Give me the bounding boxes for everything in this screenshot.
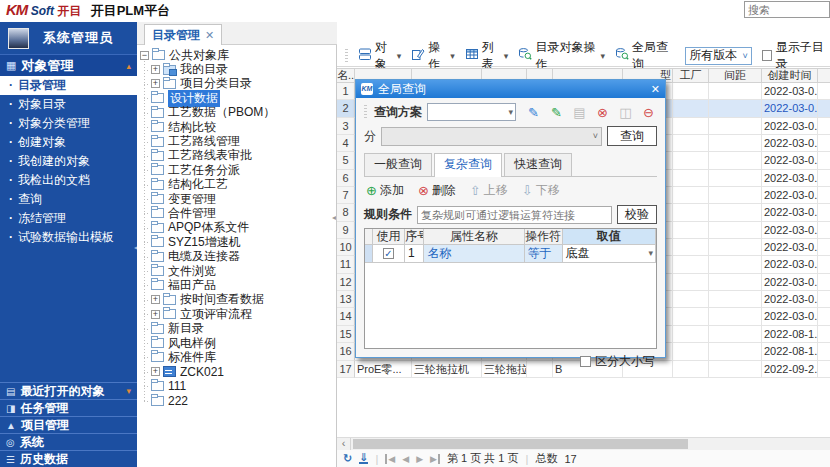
sidebar-item-3[interactable]: 对象分类管理 <box>0 114 137 133</box>
validate-button[interactable]: 校验 <box>617 205 657 224</box>
sidebar-section-2[interactable]: ◨任务管理 <box>0 399 137 416</box>
sidebar-section-4[interactable]: ◎系统 <box>0 433 137 450</box>
horizontal-scrollbar[interactable]: ‹ <box>337 437 830 450</box>
delete-plan-icon[interactable]: ⊗ <box>594 105 611 120</box>
chevron-down-icon[interactable]: ▾ <box>648 245 653 262</box>
rule-grid-row[interactable]: ✓1名称等于底盘▾ <box>365 245 656 263</box>
tab-close-icon[interactable]: ✕ <box>205 29 214 42</box>
expand-icon[interactable]: + <box>151 367 160 376</box>
sidebar-item-7[interactable]: 查询 <box>0 190 137 209</box>
caret-down-icon[interactable]: ▾ <box>450 51 455 61</box>
row-number-cell: 6 <box>337 170 355 187</box>
expand-icon[interactable]: + <box>151 295 160 304</box>
export-icon[interactable]: ⇓ <box>359 453 368 464</box>
tree-item[interactable]: 变更管理 <box>137 192 336 206</box>
case-sensitive-option[interactable]: 区分大小写 <box>356 353 655 370</box>
paste-plan-icon[interactable]: ▤ <box>571 105 588 120</box>
删除-button[interactable]: ⊗删除 <box>418 182 456 199</box>
remove-plan-icon[interactable]: ⊖ <box>640 105 657 120</box>
sidebar-item-9[interactable]: 试验数据输出模板 <box>0 228 137 247</box>
caret-down-icon[interactable]: ▾ <box>397 51 402 61</box>
tree-item[interactable]: 新目录 <box>137 321 336 335</box>
添加-button[interactable]: ⊕添加 <box>366 182 404 199</box>
dialog-tab-3[interactable]: 快速查询 <box>504 153 572 176</box>
search-input[interactable] <box>744 1 830 18</box>
sidebar-item-5[interactable]: 我创建的对象 <box>0 152 137 171</box>
last-page-icon[interactable]: ▶ <box>430 454 440 464</box>
tree-item[interactable]: 工艺任务分派 <box>137 163 336 177</box>
value-cell[interactable]: 底盘▾ <box>563 245 656 263</box>
sidebar-section-object-management[interactable]: ▦ 对象管理 ▴ <box>0 54 137 76</box>
refresh-icon[interactable]: ↻ <box>343 452 352 465</box>
tab-directory-management[interactable]: 目录管理 ✕ <box>144 24 222 45</box>
toolbar-button-object[interactable]: 对象▾ <box>354 46 406 66</box>
query-button[interactable]: 查询 <box>607 126 657 146</box>
tree-item[interactable]: 文件浏览 <box>137 264 336 278</box>
tree-item[interactable]: 标准件库 <box>137 350 336 364</box>
case-sensitive-checkbox[interactable] <box>580 356 591 367</box>
tree-item[interactable]: 风电样例 <box>137 336 336 350</box>
sidebar-item-2[interactable]: 对象目录 <box>0 95 137 114</box>
上移-button[interactable]: ⇧上移 <box>470 182 508 199</box>
sidebar-item-4[interactable]: 创建对象 <box>0 133 137 152</box>
query-plan-select[interactable]: ▾ <box>427 103 516 121</box>
toolbar-button-dirop[interactable]: 目录对象操作▾ <box>514 46 609 66</box>
下移-button[interactable]: ⇩下移 <box>522 182 560 199</box>
sidebar-section-3[interactable]: ▲项目管理 <box>0 416 137 433</box>
operator-cell[interactable]: 等于 <box>525 245 563 263</box>
sidebar-section-1[interactable]: ▤最近打开的对象▾ <box>0 382 137 399</box>
attribute-name-cell[interactable]: 名称 <box>424 245 524 263</box>
rule-condition-input[interactable] <box>417 206 612 224</box>
caret-down-icon[interactable]: ▾ <box>504 51 509 61</box>
collapse-icon[interactable]: − <box>140 51 149 60</box>
global-query-button[interactable]: 全局查询 <box>611 46 677 66</box>
tree-item[interactable]: 电缆及连接器 <box>137 249 336 263</box>
tree-item[interactable]: 工艺数据（PBOM） <box>137 106 336 120</box>
expand-icon[interactable]: + <box>151 310 160 319</box>
toolbar-grip-handle[interactable] <box>345 49 348 63</box>
tree-item[interactable]: +ZCK021 <box>137 365 336 379</box>
column-header[interactable]: 名.. <box>337 69 355 82</box>
tree-item[interactable]: +项目分类目录 <box>137 77 336 91</box>
tree-item[interactable]: 111 <box>137 379 336 393</box>
snapshot-icon[interactable]: ◫ <box>617 105 634 120</box>
column-header[interactable]: 间距 <box>709 69 762 82</box>
toolbar-button-edit[interactable]: 操作▾ <box>407 46 459 66</box>
column-header[interactable]: 创建时间 <box>762 69 818 82</box>
edit-plan-icon[interactable]: ✎ <box>525 105 542 120</box>
scroll-left-icon[interactable]: ‹ <box>337 438 351 450</box>
tree-item[interactable]: −公共对象库 <box>137 48 336 62</box>
version-select[interactable]: 所有版本 ˅ <box>685 47 751 65</box>
collapse-arrow-icon[interactable]: ▴ <box>126 61 131 71</box>
tree-item[interactable]: +立项评审流程 <box>137 307 336 321</box>
row-selector-cell[interactable] <box>365 245 373 263</box>
dialog-title-bar[interactable]: KM 全局查询 ✕ <box>356 80 665 98</box>
sidebar-item-1[interactable]: 目录管理 <box>0 76 137 95</box>
table-cell: 2022-03-0... <box>762 135 818 152</box>
first-page-icon[interactable]: ◀ <box>385 454 395 464</box>
sidebar-item-6[interactable]: 我检出的文档 <box>0 171 137 190</box>
use-checkbox[interactable]: ✓ <box>383 248 394 259</box>
scrollbar-thumb[interactable] <box>353 439 688 449</box>
expand-icon[interactable]: + <box>151 65 160 74</box>
folder-icon <box>151 208 164 218</box>
dialog-tab-1[interactable]: 一般查询 <box>364 153 432 176</box>
next-page-icon[interactable]: ▶ <box>416 454 423 464</box>
class-select[interactable]: ˅ <box>381 127 602 146</box>
tree-item[interactable]: 222 <box>137 393 336 407</box>
sidebar-section-5[interactable]: ☰历史数据 <box>0 450 137 467</box>
add-plan-icon[interactable]: ✎ <box>548 105 565 120</box>
collapse-arrow-icon[interactable]: ▾ <box>126 386 131 396</box>
subdir-checkbox[interactable] <box>762 50 772 61</box>
column-header[interactable]: 工厂 <box>673 69 709 82</box>
dialog-close-icon[interactable]: ✕ <box>651 83 660 96</box>
expand-icon[interactable]: + <box>151 79 160 88</box>
tree-item[interactable]: 结构化工艺 <box>137 178 336 192</box>
tree-collapse-handle[interactable]: ◂ <box>332 213 336 222</box>
sidebar-item-8[interactable]: 冻结管理 <box>0 209 137 228</box>
toolbar-button-list[interactable]: 列表▾ <box>461 46 513 66</box>
dialog-tab-2[interactable]: 复杂查询 <box>434 153 502 177</box>
column-header[interactable] <box>818 69 830 82</box>
caret-down-icon[interactable]: ▾ <box>600 51 605 61</box>
prev-page-icon[interactable]: ◀ <box>402 454 409 464</box>
